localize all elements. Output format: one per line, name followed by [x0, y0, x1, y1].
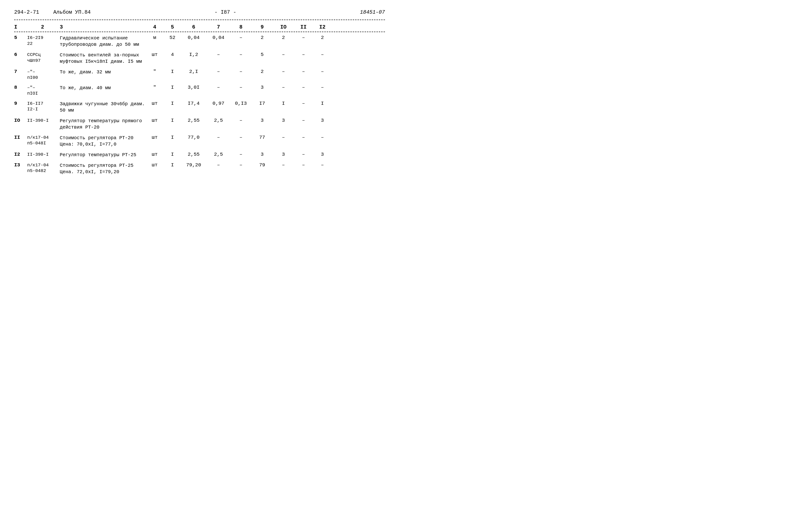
cell-col7: – — [207, 52, 230, 57]
cell-col12: – — [313, 162, 332, 168]
cell-desc: Стоимость вентилей за-порных муфтовых I5… — [58, 52, 145, 65]
cell-col10: – — [273, 162, 294, 168]
cell-col8: – — [230, 162, 252, 168]
col-1-header: I — [14, 24, 27, 30]
cell-col6: 3,0I — [181, 84, 207, 90]
cell-col12: 3 — [313, 151, 332, 157]
col-9-header: 9 — [252, 24, 273, 30]
col-7-header: 7 — [207, 24, 230, 30]
table-row: 9I6-II7 I2-IЗадвижки чугунные 30ч6бр диа… — [14, 99, 385, 114]
cell-col10: – — [273, 52, 294, 57]
cell-desc: То же, диам. 32 мм — [58, 69, 145, 75]
doc-id: 294-2-71 — [14, 10, 39, 15]
page-header: 294-2-71 Альбом УП.84 - I87 - 18451-07 — [14, 10, 385, 15]
cell-col5: 52 — [164, 35, 181, 40]
cell-col10: I — [273, 100, 294, 106]
cell-col12: 2 — [313, 35, 332, 40]
cell-desc: Стоимость регулятора РТ-20 Цена: 70,0хI,… — [58, 134, 145, 148]
col-4-header: 4 — [145, 24, 164, 30]
cell-unit: шт — [145, 52, 164, 57]
cell-col7: – — [207, 134, 230, 140]
cell-col6: I,2 — [181, 52, 207, 57]
cell-col12: – — [313, 134, 332, 140]
cell-col7: – — [207, 84, 230, 90]
table-row: 7–"– пI00То же, диам. 32 мм"I2,I––2––– — [14, 68, 385, 81]
cell-col12: I — [313, 100, 332, 106]
cell-col6: 2,55 — [181, 151, 207, 157]
cell-code: I6-2I9 22 — [27, 35, 58, 46]
cell-code: ССРСц чШп97 — [27, 52, 58, 63]
cell-desc: Регулятор температуры РТ-25 — [58, 151, 145, 158]
cell-col6: 77,0 — [181, 134, 207, 140]
cell-col8: – — [230, 35, 252, 40]
cell-col7: 2,5 — [207, 151, 230, 157]
cell-num: I3 — [14, 162, 27, 168]
cell-col8: – — [230, 117, 252, 123]
cell-col10: 3 — [273, 117, 294, 123]
cell-col7: 2,5 — [207, 117, 230, 123]
cell-col7: – — [207, 162, 230, 168]
col-3-header: 3 — [58, 24, 145, 30]
cell-col11: – — [294, 117, 313, 123]
page-number: - I87 - — [214, 10, 236, 15]
cell-num: IO — [14, 117, 27, 123]
cell-col11: – — [294, 84, 313, 90]
cell-col11: – — [294, 52, 313, 57]
cell-unit: " — [145, 69, 164, 74]
col-8-header: 8 — [230, 24, 252, 30]
table-row: 5I6-2I9 22Гидравлическое испытание трубо… — [14, 34, 385, 49]
cell-col10: 3 — [273, 151, 294, 157]
cell-col11: – — [294, 100, 313, 106]
cell-col5: I — [164, 69, 181, 74]
album-label: Альбом УП.84 — [53, 10, 91, 15]
col-10-header: IO — [273, 24, 294, 30]
cell-col6: 0,04 — [181, 35, 207, 40]
cell-unit: м — [145, 35, 164, 40]
cell-col10: – — [273, 84, 294, 90]
cell-code: II-390-I — [27, 117, 58, 124]
cell-col8: – — [230, 134, 252, 140]
cell-col7: – — [207, 69, 230, 74]
table-row: I3п/к17-04 п5-0482Стоимость регулятора Р… — [14, 161, 385, 176]
cell-desc: Задвижки чугунные 30ч6бр диам. 50 мм — [58, 100, 145, 113]
col-2-header: 2 — [27, 24, 58, 30]
cell-col12: 3 — [313, 117, 332, 123]
column-headers: I 2 3 4 5 6 7 8 9 IO II I2 — [14, 22, 385, 32]
cell-col9: 5 — [252, 52, 273, 57]
cell-col7: 0,04 — [207, 35, 230, 40]
cell-num: 9 — [14, 100, 27, 106]
cell-col5: I — [164, 151, 181, 157]
cell-col6: 2,I — [181, 69, 207, 74]
cell-code: –"– пIOI — [27, 84, 58, 96]
cell-col7: 0,97 — [207, 100, 230, 106]
table-row: IOII-390-IРегулятор температуры прямого … — [14, 116, 385, 131]
cell-col5: I — [164, 162, 181, 168]
cell-col9: 3 — [252, 117, 273, 123]
cell-col8: – — [230, 69, 252, 74]
cell-col8: – — [230, 52, 252, 57]
col-6-header: 6 — [181, 24, 207, 30]
cell-col10: 2 — [273, 35, 294, 40]
cell-col6: I7,4 — [181, 100, 207, 106]
cell-unit: шт — [145, 134, 164, 140]
document-number: 18451-07 — [360, 10, 385, 15]
col-12-header: I2 — [313, 24, 332, 30]
top-divider — [14, 20, 385, 20]
cell-col11: – — [294, 35, 313, 40]
cell-code: I6-II7 I2-I — [27, 100, 58, 112]
cell-num: 8 — [14, 84, 27, 90]
cell-unit: шт — [145, 117, 164, 123]
cell-col12: – — [313, 84, 332, 90]
cell-col6: 2,55 — [181, 117, 207, 123]
cell-desc: То же, диам. 40 мм — [58, 84, 145, 91]
cell-col11: – — [294, 69, 313, 74]
cell-col9: 77 — [252, 134, 273, 140]
cell-num: 5 — [14, 35, 27, 40]
table-row: IIп/к17-04 п5-048IСтоимость регулятора Р… — [14, 133, 385, 148]
data-table: 5I6-2I9 22Гидравлическое испытание трубо… — [14, 34, 385, 176]
cell-col9: 79 — [252, 162, 273, 168]
table-row: 6ССРСц чШп97Стоимость вентилей за-порных… — [14, 51, 385, 65]
table-row: I2II-390-IРегулятор температуры РТ-25штI… — [14, 150, 385, 159]
cell-desc: Гидравлическое испытание трубопроводов д… — [58, 35, 145, 48]
cell-num: II — [14, 134, 27, 140]
